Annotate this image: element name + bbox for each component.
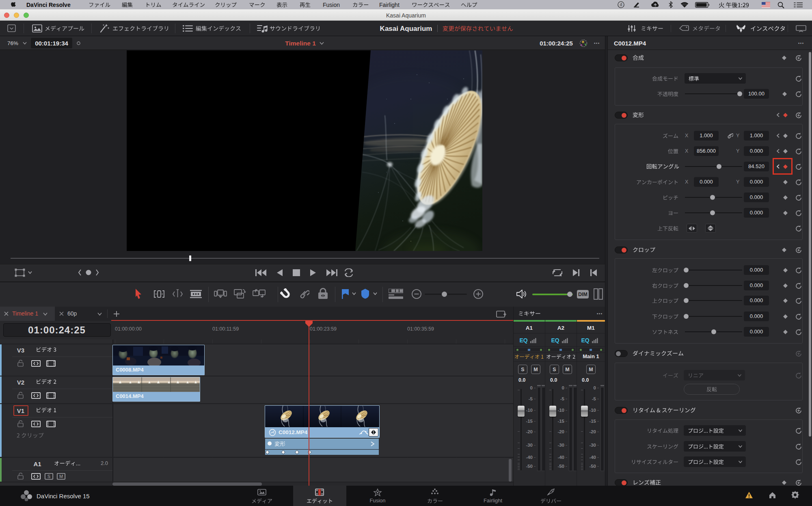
svg-text:S: S (48, 474, 50, 479)
svg-text:M: M (59, 474, 63, 479)
svg-text:d: d (620, 2, 622, 7)
